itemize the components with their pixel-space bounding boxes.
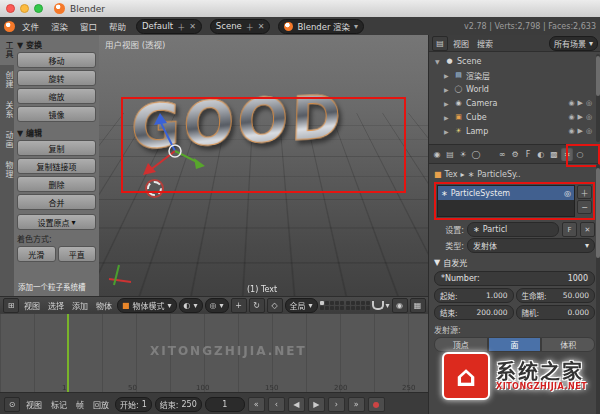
tab-render[interactable]: ◉ xyxy=(431,147,443,161)
object-menu[interactable]: 物体 xyxy=(93,300,115,311)
delete-button[interactable]: 删除 xyxy=(17,176,96,192)
menu-help[interactable]: 帮助 xyxy=(104,20,131,32)
particle-slot-list[interactable]: ∗ ParticleSystem ◎ xyxy=(437,185,575,217)
play-reverse-button[interactable]: ◀ xyxy=(288,397,305,412)
join-button[interactable]: 合并 xyxy=(17,194,96,210)
unlink-settings-button[interactable]: ✕ xyxy=(580,222,595,237)
timeline-editor-icon[interactable]: ⊙ xyxy=(4,397,20,412)
outliner-row-cube[interactable]: ▶ ▣ Cube ◉ ▶ ◎ xyxy=(429,110,600,124)
tab-object[interactable] xyxy=(483,147,495,161)
menu-file[interactable]: 文件 xyxy=(17,20,44,32)
blender-menu-icon[interactable] xyxy=(4,21,15,32)
add-menu[interactable]: 添加 xyxy=(69,300,91,311)
emit-from-volume-button[interactable]: 体积 xyxy=(541,337,595,352)
visibility-eye-icon[interactable]: ◉ xyxy=(568,99,574,107)
opengl-render-icon[interactable]: ◉ xyxy=(392,298,408,313)
frame-start-field[interactable]: 起始: 1.000 xyxy=(434,288,514,303)
manipulator-rotate-toggle[interactable]: ↻ xyxy=(249,298,265,313)
edit-panel-header[interactable]: ▼ 编辑 xyxy=(17,127,96,138)
outliner-search-menu[interactable]: 搜索 xyxy=(474,38,496,49)
next-keyframe-button[interactable]: › xyxy=(328,397,345,412)
emit-from-verts-button[interactable]: 顶点 xyxy=(434,337,488,352)
duplicate-button[interactable]: 复制 xyxy=(17,140,96,156)
layers-widget-left[interactable] xyxy=(320,301,344,310)
timeline-view-menu[interactable]: 视图 xyxy=(23,399,45,410)
slot-render-toggle-icon[interactable]: ◎ xyxy=(564,189,571,198)
timeline-frame-menu[interactable]: 帧 xyxy=(73,399,87,410)
breadcrumb-particles[interactable]: ParticleSy.. xyxy=(477,170,520,179)
timeline-track[interactable]: 1 50 100 150 200 250 XITONGZHIJIA.NET xyxy=(0,313,428,393)
selectability-icon[interactable]: ▶ xyxy=(578,99,583,107)
render-toggle-icon[interactable]: ◎ xyxy=(586,113,592,121)
record-button[interactable]: ● xyxy=(368,397,385,412)
breadcrumb-object[interactable]: Tex xyxy=(445,170,458,179)
outliner-row-lamp[interactable]: ▶ ☀ Lamp ◉ ▶ ◎ xyxy=(429,124,600,138)
emission-panel-header[interactable]: ▼ 自发光 xyxy=(434,257,595,268)
outliner-editor-icon[interactable]: ▤ xyxy=(432,36,448,51)
render-toggle-icon[interactable]: ◎ xyxy=(586,127,592,135)
mode-selector[interactable]: ■ 物体模式 ▾ xyxy=(117,298,177,313)
tab-world[interactable]: ◯ xyxy=(470,147,482,161)
jump-to-start-button[interactable]: « xyxy=(248,397,265,412)
mirror-button[interactable]: 镜像 xyxy=(17,106,96,122)
particle-number-field[interactable]: *Number: 1000 xyxy=(434,271,595,286)
screen-layout-close-button[interactable]: ✕ xyxy=(189,22,196,31)
window-minimize-button[interactable] xyxy=(20,4,29,13)
tree-expand-icon[interactable]: ▶ xyxy=(444,128,451,135)
rotate-button[interactable]: 旋转 xyxy=(17,70,96,86)
particle-slot-row-selected[interactable]: ∗ ParticleSystem ◎ xyxy=(438,186,574,200)
tree-expand-icon[interactable]: ▶ xyxy=(444,72,451,79)
outliner-row-scene[interactable]: ▼ ● Scene xyxy=(429,54,600,68)
timeline-playhead[interactable] xyxy=(67,314,69,393)
tab-create[interactable]: 创建 xyxy=(0,65,14,95)
properties-scrollbar[interactable] xyxy=(596,164,600,414)
tree-expand-icon[interactable]: ▶ xyxy=(444,86,451,93)
scene-close-button[interactable]: ✕ xyxy=(258,22,265,31)
manipulator-scale-toggle[interactable]: ◇ xyxy=(267,298,283,313)
window-close-button[interactable] xyxy=(6,4,15,13)
pivot-selector[interactable]: ◎ ▾ xyxy=(205,298,229,313)
frame-start-field[interactable]: 开始: 1 xyxy=(115,397,152,412)
scale-button[interactable]: 缩放 xyxy=(17,88,96,104)
manipulator-translate-toggle[interactable]: + xyxy=(231,298,247,313)
tab-constraints[interactable]: ∞ xyxy=(496,147,508,161)
select-menu[interactable]: 选择 xyxy=(45,300,67,311)
scene-selector[interactable]: Scene ＋ ✕ xyxy=(210,19,271,34)
tab-render-layers[interactable]: ▤ xyxy=(444,147,456,161)
window-zoom-button[interactable] xyxy=(34,4,43,13)
tab-texture[interactable]: ▩ xyxy=(548,147,560,161)
tab-scene[interactable]: ☀ xyxy=(457,147,469,161)
frame-end-field[interactable]: 结束: 200.000 xyxy=(434,305,514,320)
particle-settings-field[interactable]: ∗ Particl xyxy=(467,222,559,237)
timeline-marker-menu[interactable]: 标记 xyxy=(48,399,70,410)
opengl-render-anim-icon[interactable]: ▦ xyxy=(410,298,426,313)
set-origin-dropdown[interactable]: 设置原点 ▾ xyxy=(17,214,96,230)
previous-keyframe-button[interactable]: ‹ xyxy=(268,397,285,412)
lifetime-random-field[interactable]: 随机: 0.000 xyxy=(516,305,596,320)
tab-physics[interactable]: 物理 xyxy=(0,155,14,185)
tab-relations[interactable]: 关系 xyxy=(0,95,14,125)
menu-window[interactable]: 窗口 xyxy=(75,20,102,32)
shading-selector[interactable]: ◐ ▾ xyxy=(179,298,203,313)
outliner-filter-dropdown[interactable]: 所有场景 ▾ xyxy=(549,36,598,51)
particle-type-dropdown[interactable]: 发射体 ▾ xyxy=(467,238,595,253)
timeline-playback-menu[interactable]: 回放 xyxy=(90,399,112,410)
viewport-3d[interactable]: 用户视图 (透视) GOOD (1) Text xyxy=(99,35,428,296)
shade-smooth-button[interactable]: 光滑 xyxy=(17,246,56,262)
translate-button[interactable]: 移动 xyxy=(17,52,96,68)
layers-widget-right[interactable] xyxy=(346,301,370,310)
last-operator-panel[interactable]: 添加一个粒子系统槽 xyxy=(18,281,86,292)
outliner-view-menu[interactable]: 视图 xyxy=(450,38,472,49)
screen-layout-add-button[interactable]: ＋ xyxy=(177,21,185,32)
tree-expand-icon[interactable]: ▶ xyxy=(444,100,451,107)
remove-particle-slot-button[interactable]: − xyxy=(577,200,592,214)
render-toggle-icon[interactable]: ◎ xyxy=(586,99,592,107)
visibility-eye-icon[interactable]: ◉ xyxy=(568,127,574,135)
tab-tools[interactable]: 工具 xyxy=(0,35,14,65)
snap-magnet-icon[interactable] xyxy=(372,301,384,310)
orientation-selector[interactable]: 全局 ▾ xyxy=(285,298,318,313)
visibility-eye-icon[interactable]: ◉ xyxy=(568,113,574,121)
tab-object-data[interactable]: F xyxy=(522,147,534,161)
tree-expand-icon[interactable]: ▶ xyxy=(444,114,451,121)
tab-material[interactable]: ◐ xyxy=(535,147,547,161)
